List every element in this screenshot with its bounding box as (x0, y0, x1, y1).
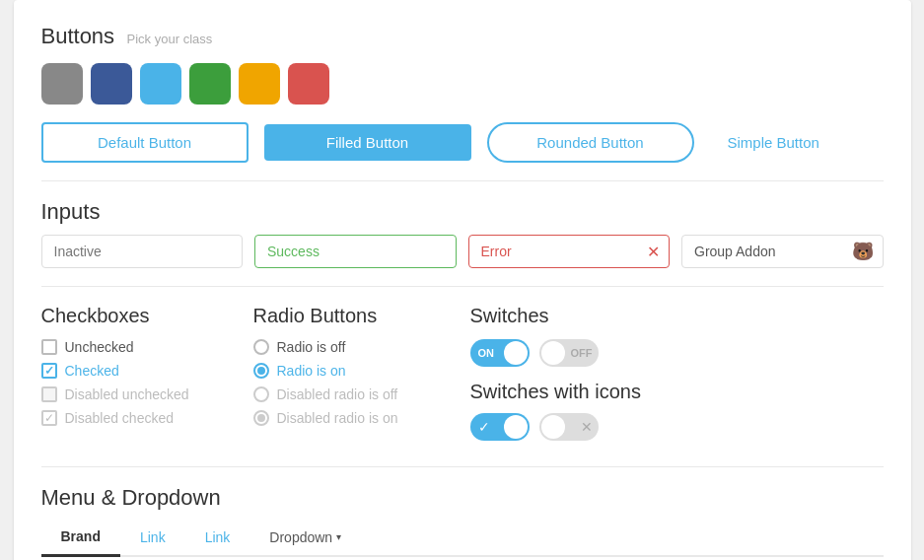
swatch-gray[interactable] (41, 63, 83, 105)
menu-item-dropdown[interactable]: Dropdown ▾ (249, 520, 361, 555)
divider-3 (41, 466, 884, 467)
error-input[interactable] (468, 235, 671, 268)
checkbox-disabled-checked: Disabled checked (41, 410, 253, 426)
checkbox-disabled-checked-box (41, 410, 57, 426)
swatch-dark-blue[interactable] (91, 63, 132, 105)
menu-item-brand[interactable]: Brand (41, 519, 120, 557)
group-addon-icon: 🐻 (852, 241, 874, 262)
checkbox-disabled-unchecked-box (41, 386, 57, 402)
switch-icon-off-knob (541, 415, 565, 439)
switches-icons-row: ✓ ✕ (470, 413, 884, 441)
switch-icon-off[interactable]: ✕ (539, 413, 599, 441)
swatch-red[interactable] (288, 63, 329, 105)
inactive-input[interactable] (41, 235, 244, 268)
radio-on-circle[interactable] (253, 363, 269, 379)
switch-icon-on[interactable]: ✓ (470, 413, 530, 441)
switches-row: ON OFF (470, 339, 884, 367)
radio-disabled-off-circle (253, 386, 269, 402)
switches-icons-title: Switches with icons (470, 381, 884, 403)
inputs-title: Inputs (41, 199, 101, 224)
group-input-wrap: 🐻 (681, 235, 884, 268)
checkbox-checked: Checked (41, 363, 253, 379)
success-input-wrap (254, 235, 457, 268)
radio-off-label: Radio is off (277, 339, 346, 355)
radio-section: Radio Buttons Radio is off Radio is on D… (253, 305, 470, 449)
divider-2 (41, 286, 884, 287)
menu-item-link-1[interactable]: Link (120, 520, 185, 555)
switch-off-knob (541, 341, 565, 365)
switch-icon-on-knob (504, 415, 528, 439)
radio-title: Radio Buttons (253, 305, 470, 327)
switches-section: Switches ON OFF Switches with icons ✓ (470, 305, 884, 449)
default-button[interactable]: Default Button (41, 122, 249, 163)
checkbox-unchecked: Unchecked (41, 339, 253, 355)
checkbox-disabled-checked-label: Disabled checked (65, 410, 175, 426)
radio-disabled-off-label: Disabled radio is off (277, 386, 398, 402)
dropdown-arrow-icon: ▾ (336, 531, 341, 542)
radio-on: Radio is on (253, 363, 470, 379)
radio-off-circle[interactable] (253, 339, 269, 355)
switch-on-knob (504, 341, 528, 365)
radio-disabled-on-label: Disabled radio is on (277, 410, 398, 426)
radio-disabled-off: Disabled radio is off (253, 386, 470, 402)
rounded-button[interactable]: Rounded Button (487, 122, 694, 163)
switch-off-label: OFF (571, 347, 593, 359)
inactive-input-wrap (41, 235, 244, 268)
menu-title: Menu & Dropdown (41, 485, 221, 510)
switch-icon-off-label: ✕ (581, 419, 593, 435)
checkboxes-title: Checkboxes (41, 305, 253, 327)
radio-disabled-on: Disabled radio is on (253, 410, 470, 426)
checkbox-unchecked-label: Unchecked (65, 339, 134, 355)
checkbox-disabled-unchecked: Disabled unchecked (41, 386, 253, 402)
checkbox-checked-label: Checked (65, 363, 119, 379)
buttons-title: Buttons (41, 24, 115, 48)
radio-on-label: Radio is on (277, 363, 346, 379)
inputs-section: Inputs ✕ 🐻 (41, 199, 884, 268)
menu-nav: Brand Link Link Dropdown ▾ (41, 519, 884, 557)
filled-button[interactable]: Filled Button (264, 124, 471, 161)
success-input[interactable] (254, 235, 457, 268)
checkbox-checked-box[interactable] (41, 363, 57, 379)
radio-off: Radio is off (253, 339, 470, 355)
buttons-section: Buttons Pick your class Default Button F… (41, 24, 884, 163)
menu-item-link-2[interactable]: Link (185, 520, 250, 555)
checkbox-disabled-unchecked-label: Disabled unchecked (65, 386, 189, 402)
menu-section: Menu & Dropdown Brand Link Link Dropdown… (41, 485, 884, 557)
checkbox-unchecked-box[interactable] (41, 339, 57, 355)
switch-on-label: ON (478, 347, 495, 359)
buttons-header: Buttons Pick your class (41, 24, 884, 49)
error-icon: ✕ (647, 243, 660, 261)
error-input-wrap: ✕ (468, 235, 671, 268)
switches-title: Switches (470, 305, 884, 327)
swatch-light-blue[interactable] (140, 63, 181, 105)
bottom-sections: Checkboxes Unchecked Checked Disabled un… (41, 305, 884, 449)
simple-button[interactable]: Simple Button (710, 124, 837, 161)
divider-1 (41, 180, 884, 181)
switch-off[interactable]: OFF (539, 339, 599, 367)
buttons-row: Default Button Filled Button Rounded But… (41, 122, 884, 163)
swatch-green[interactable] (189, 63, 231, 105)
color-swatches (41, 63, 884, 105)
swatch-orange[interactable] (239, 63, 280, 105)
inputs-row: ✕ 🐻 (41, 235, 884, 268)
buttons-subtitle: Pick your class (127, 32, 213, 46)
switch-icon-on-label: ✓ (478, 419, 490, 435)
switch-on[interactable]: ON (470, 339, 530, 367)
main-card: Buttons Pick your class Default Button F… (14, 0, 911, 560)
checkboxes-section: Checkboxes Unchecked Checked Disabled un… (41, 305, 253, 449)
radio-disabled-on-circle (253, 410, 269, 426)
